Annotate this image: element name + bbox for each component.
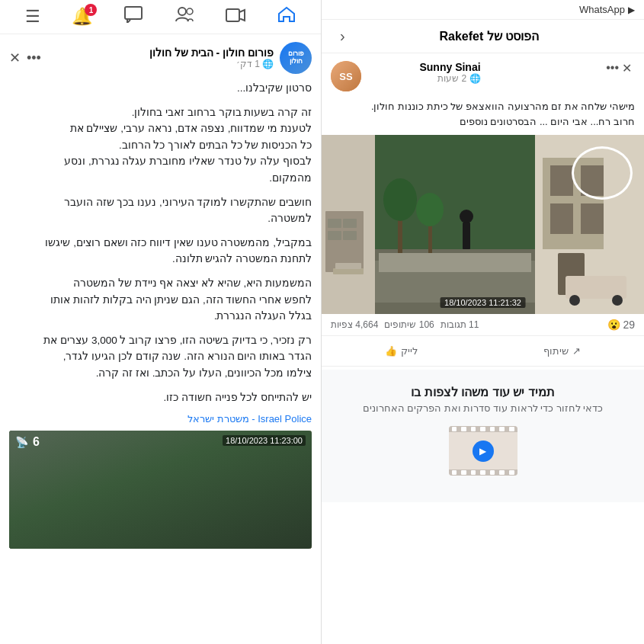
svg-rect-38 <box>550 203 573 234</box>
post-card: ✕ ••• פורום חולון - הבית של חולון 🌐 1 דק… <box>0 34 321 556</box>
svg-point-47 <box>460 210 473 223</box>
globe-icon: 🌐 <box>262 59 274 69</box>
surveillance-bg: 📡 6 18/10/2023 11:23:00 <box>9 431 312 549</box>
svg-point-1 <box>178 8 186 15</box>
stats-right: 11 תגובות 106 שיתופים 4,664 צפיות <box>331 319 479 330</box>
svg-rect-22 <box>267 461 290 507</box>
svg-point-20 <box>150 475 161 485</box>
film-hole <box>490 427 495 431</box>
rakefet-post-text: מישהי שלחה את זם מהרצועה הוואצאפ של כיתת… <box>322 96 644 135</box>
rakefet-post-actions: 👍 לייק ↗ שיתוף <box>322 336 644 367</box>
rakefet-text-line2: חרוב רח... אבי היום ... הבסרטונים נוספים <box>460 116 635 127</box>
svg-rect-12 <box>15 490 57 511</box>
svg-rect-32 <box>333 268 364 274</box>
left-panel: ☰ 🔔 1 ✕ ••• פורום חולון - <box>0 0 322 644</box>
rakefet-post-stats: 29 😮 11 תגובות 106 שיתופים 4,664 צפיות <box>322 314 644 336</box>
film-holes-bottom <box>449 469 517 476</box>
globe-icon-small: 🌐 <box>469 73 481 84</box>
rakefet-header-title: הפוסט של Rakefet <box>345 29 633 43</box>
people-icon[interactable] <box>175 6 194 27</box>
svg-rect-31 <box>343 231 357 240</box>
right-content: ✕ ••• Sunny Sinai 🌐 2 שעות SS מישהי שלחה… <box>322 53 644 644</box>
svg-rect-21 <box>259 431 312 549</box>
post-close-button[interactable]: ✕ <box>9 50 21 66</box>
svg-rect-8 <box>9 453 19 473</box>
film-hole <box>452 470 457 475</box>
post-paragraph-1: זה קרה בשעות בוקר ברחוב זאבי בחולון.לטענ… <box>9 104 312 187</box>
svg-rect-28 <box>328 219 341 228</box>
post-video-thumbnail[interactable]: 📡 6 18/10/2023 11:23:00 <box>9 431 312 549</box>
svg-rect-45 <box>379 253 531 272</box>
post-menu-button[interactable]: ••• <box>27 50 41 66</box>
film-hole <box>480 427 485 431</box>
post-group-name: פורום חולון - הבית של חולון <box>47 46 274 59</box>
svg-point-18 <box>120 511 127 517</box>
messages-icon[interactable] <box>124 6 143 27</box>
svg-point-14 <box>21 509 28 517</box>
post-paragraph-2: חושבים שהתקשרו למוקד העירוני, נענו בכך ש… <box>9 194 312 227</box>
svg-point-42 <box>383 178 417 221</box>
rakefet-user-info: Sunny Sinai 🌐 2 שעות <box>367 61 481 84</box>
svg-rect-19 <box>152 485 159 507</box>
svg-rect-9 <box>23 453 38 473</box>
post-body: סרטון שקיבלנו... זה קרה בשעות בוקר ברחוב… <box>9 80 312 405</box>
svg-rect-10 <box>53 476 58 514</box>
whatsapp-arrow-icon: ▶ <box>628 5 635 15</box>
post-paragraph-4: המשמעות היא, שהיא לא יצאה אף ניידת של המ… <box>9 275 312 325</box>
post-paragraph-6: יש להתייחס לכל פנייה חשודה כזו. <box>9 389 312 406</box>
rakefet-post-time: 🌐 2 שעות <box>367 73 481 84</box>
svg-point-17 <box>104 511 110 517</box>
svg-rect-36 <box>550 165 573 196</box>
play-button[interactable]: ▶ <box>473 441 494 462</box>
home-icon[interactable] <box>277 6 296 27</box>
svg-point-49 <box>569 295 580 306</box>
thumbs-up-icon: 👍 <box>385 345 397 357</box>
svg-rect-13 <box>46 493 59 507</box>
rakefet-header: › הפוסט של Rakefet <box>322 20 644 53</box>
film-holes-top <box>449 426 517 432</box>
share-icon: ↗ <box>572 345 581 357</box>
rakefet-video-container[interactable]: 18/10/2023 11:21:32 <box>322 135 644 314</box>
police-link[interactable]: Israel Police - משטרת ישראל <box>9 413 312 425</box>
film-hole <box>480 470 485 475</box>
rakefet-avatar: SS <box>331 61 361 91</box>
svg-rect-33 <box>335 263 361 269</box>
film-hole <box>461 427 466 431</box>
rakefet-close-button[interactable]: ✕ <box>622 61 632 75</box>
svg-rect-0 <box>125 7 142 19</box>
reactions-count: 29 😮 <box>607 319 635 331</box>
svg-rect-30 <box>328 231 341 240</box>
film-hole <box>452 427 457 431</box>
svg-point-44 <box>416 193 444 226</box>
post-paragraph-3: במקביל, מהמשטרה טענו שאין דיווח כזה ושאם… <box>9 235 312 268</box>
film-hole <box>499 427 505 431</box>
like-button[interactable]: 👍 לייק <box>373 339 430 363</box>
whatsapp-label: WhatsApp <box>579 4 625 15</box>
video-overlay-info: 📡 6 <box>15 435 40 449</box>
share-button[interactable]: ↗ שיתוף <box>531 339 593 363</box>
back-button[interactable]: › <box>340 27 345 45</box>
film-hole <box>461 470 466 475</box>
circle-annotation <box>572 146 633 200</box>
views-count: 4,664 צפיות <box>331 319 378 330</box>
post-intro: סרטון שקיבלנו... <box>9 80 312 97</box>
rakefet-menu-button[interactable]: ••• <box>606 61 619 75</box>
video-icon[interactable] <box>226 7 245 27</box>
rakefet-user-name: Sunny Sinai <box>367 61 481 73</box>
left-post-content: ✕ ••• פורום חולון - הבית של חולון 🌐 1 דק… <box>0 34 321 644</box>
svg-rect-46 <box>463 223 470 249</box>
right-panel: WhatsApp ▶ › הפוסט של Rakefet ✕ ••• Sunn… <box>322 0 644 644</box>
share-label: שיתוף <box>543 345 569 357</box>
watch-more-subtitle: כדאי לחזור כדי לראות עוד סדרות ואת הפרקי… <box>331 402 635 414</box>
group-logo: פורוםחולון <box>280 42 312 74</box>
rakefet-surveillance-scene: 18/10/2023 11:21:32 <box>322 135 644 314</box>
svg-rect-4 <box>9 431 312 549</box>
menu-icon[interactable]: ☰ <box>25 7 40 27</box>
video-number: 6 <box>33 435 40 449</box>
svg-rect-16 <box>99 495 130 512</box>
post-header: ✕ ••• פורום חולון - הבית של חולון 🌐 1 דק… <box>9 42 312 74</box>
film-illustration: ▶ <box>437 426 529 487</box>
notifications-icon[interactable]: 🔔 1 <box>72 7 92 27</box>
svg-rect-5 <box>9 507 312 549</box>
rakefet-post-header: ✕ ••• Sunny Sinai 🌐 2 שעות SS <box>322 53 644 96</box>
